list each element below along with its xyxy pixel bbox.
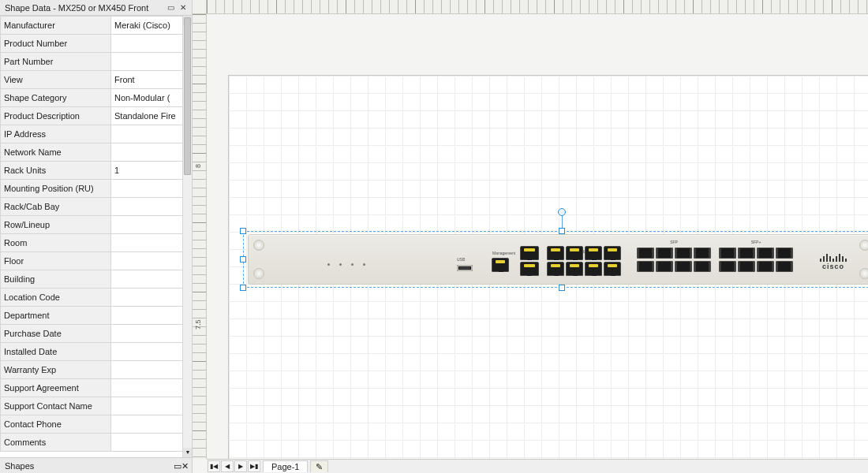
- panel-dock-icon[interactable]: ▭: [165, 2, 176, 13]
- property-row[interactable]: Building: [1, 270, 192, 289]
- sfp-port-icon: [776, 248, 793, 259]
- property-value[interactable]: [111, 325, 192, 343]
- resize-handle[interactable]: [240, 228, 246, 234]
- shapes-panel-header[interactable]: Shapes ▭ ✕: [0, 457, 192, 473]
- device-shape-mx-front[interactable]: USB Management Internet GbE SFP: [248, 234, 868, 285]
- property-label: Purchase Date: [1, 325, 111, 343]
- screw-icon: [253, 268, 264, 279]
- rj45-port-icon: [604, 262, 621, 276]
- property-value[interactable]: [111, 143, 192, 162]
- rotate-handle[interactable]: [558, 208, 566, 216]
- property-value[interactable]: Front: [111, 71, 192, 89]
- scroll-thumb[interactable]: [184, 17, 191, 175]
- resize-handle[interactable]: [240, 256, 246, 263]
- resize-handle[interactable]: [240, 285, 246, 291]
- property-row[interactable]: Shape CategoryNon-Modular (: [1, 89, 192, 107]
- property-row[interactable]: Product Number: [1, 35, 192, 53]
- property-value[interactable]: [111, 397, 192, 415]
- property-value[interactable]: [111, 343, 192, 361]
- property-value[interactable]: [111, 180, 192, 198]
- property-row[interactable]: Rack/Cab Bay: [1, 198, 192, 216]
- nav-first-button[interactable]: ▮◀: [208, 460, 220, 472]
- property-value[interactable]: [111, 198, 192, 216]
- property-value[interactable]: [111, 216, 192, 234]
- property-row[interactable]: Product DescriptionStandalone Fire: [1, 107, 192, 125]
- property-row[interactable]: Location Code: [1, 289, 192, 307]
- property-row[interactable]: Installed Date: [1, 343, 192, 361]
- property-label: Rack Units: [1, 162, 111, 180]
- property-value[interactable]: [111, 270, 192, 289]
- property-row[interactable]: Part Number: [1, 53, 192, 71]
- property-value[interactable]: 1: [111, 162, 192, 180]
- property-row[interactable]: IP Address: [1, 125, 192, 143]
- page-tab-active[interactable]: Page-1: [263, 460, 308, 472]
- property-label: Network Name: [1, 143, 111, 162]
- shapes-dock-icon[interactable]: ▭: [174, 458, 181, 474]
- property-value[interactable]: [111, 289, 192, 307]
- nav-next-button[interactable]: ▶: [234, 460, 247, 472]
- panel-header[interactable]: Shape Data - MX250 or MX450 Front ▭ ✕: [0, 0, 192, 16]
- vertical-ruler[interactable]: 87.5: [193, 14, 207, 459]
- property-row[interactable]: Network Name: [1, 143, 192, 162]
- property-value[interactable]: [111, 35, 192, 53]
- usb-port-icon: [457, 265, 473, 271]
- property-label: Support Contact Name: [1, 397, 111, 415]
- property-value[interactable]: Standalone Fire: [111, 107, 192, 125]
- property-label: Warranty Exp: [1, 361, 111, 379]
- property-label: IP Address: [1, 125, 111, 143]
- resize-handle[interactable]: [559, 228, 565, 234]
- property-value[interactable]: [111, 307, 192, 325]
- panel-title: Shape Data - MX250 or MX450 Front: [5, 0, 163, 16]
- panel-close-icon[interactable]: ✕: [178, 2, 189, 13]
- page-viewport[interactable]: USB Management Internet GbE SFP: [207, 14, 868, 459]
- shapes-close-icon[interactable]: ✕: [181, 458, 189, 474]
- panel-scrollbar[interactable]: ▲ ▼: [182, 16, 192, 457]
- shape-data-panel: Shape Data - MX250 or MX450 Front ▭ ✕ Ma…: [0, 0, 193, 473]
- property-label: Product Number: [1, 35, 111, 53]
- property-value[interactable]: [111, 415, 192, 434]
- nav-prev-button[interactable]: ◀: [221, 460, 234, 472]
- property-row[interactable]: Comments: [1, 434, 192, 452]
- group-label: SFP+: [719, 240, 793, 244]
- property-row[interactable]: Department: [1, 307, 192, 325]
- screw-icon: [859, 268, 868, 279]
- port-group-gbe: GbE: [547, 246, 621, 276]
- property-row[interactable]: Rack Units1: [1, 162, 192, 180]
- property-label: Department: [1, 307, 111, 325]
- property-row[interactable]: ManufacturerMeraki (Cisco): [1, 17, 192, 35]
- horizontal-ruler[interactable]: [207, 0, 868, 14]
- sfp-port-icon: [738, 248, 755, 259]
- property-row[interactable]: Contact Phone: [1, 415, 192, 434]
- property-value[interactable]: Meraki (Cisco): [111, 17, 192, 35]
- property-row[interactable]: Row/Lineup: [1, 216, 192, 234]
- new-page-tab[interactable]: ✎: [310, 460, 328, 472]
- property-value[interactable]: [111, 53, 192, 71]
- property-row[interactable]: Warranty Exp: [1, 361, 192, 379]
- rj45-port-icon: [585, 246, 602, 260]
- rj45-port-icon: [547, 246, 564, 260]
- property-row[interactable]: Purchase Date: [1, 325, 192, 343]
- property-value[interactable]: [111, 125, 192, 143]
- resize-handle[interactable]: [559, 285, 565, 291]
- property-label: Room: [1, 234, 111, 252]
- property-value[interactable]: Non-Modular (: [111, 89, 192, 107]
- page-tab-bar: ▮◀ ◀ ▶ ▶▮ Page-1 ✎: [207, 459, 868, 473]
- property-row[interactable]: Support Agreement: [1, 379, 192, 397]
- nav-last-button[interactable]: ▶▮: [248, 460, 260, 472]
- property-value[interactable]: [111, 379, 192, 397]
- property-row[interactable]: Support Contact Name: [1, 397, 192, 415]
- port-group-internet: Internet: [520, 246, 541, 276]
- property-row[interactable]: Floor: [1, 252, 192, 270]
- property-row[interactable]: Mounting Position (RU): [1, 180, 192, 198]
- sfp-port-icon: [776, 261, 793, 272]
- sfp-port-icon: [694, 261, 711, 272]
- property-value[interactable]: [111, 234, 192, 252]
- scroll-down-icon[interactable]: ▼: [183, 448, 192, 457]
- property-row[interactable]: ViewFront: [1, 71, 192, 89]
- property-value[interactable]: [111, 252, 192, 270]
- property-value[interactable]: [111, 361, 192, 379]
- property-value[interactable]: [111, 434, 192, 452]
- sfp-port-icon: [719, 248, 736, 259]
- sfp-port-icon: [719, 261, 736, 272]
- property-row[interactable]: Room: [1, 234, 192, 252]
